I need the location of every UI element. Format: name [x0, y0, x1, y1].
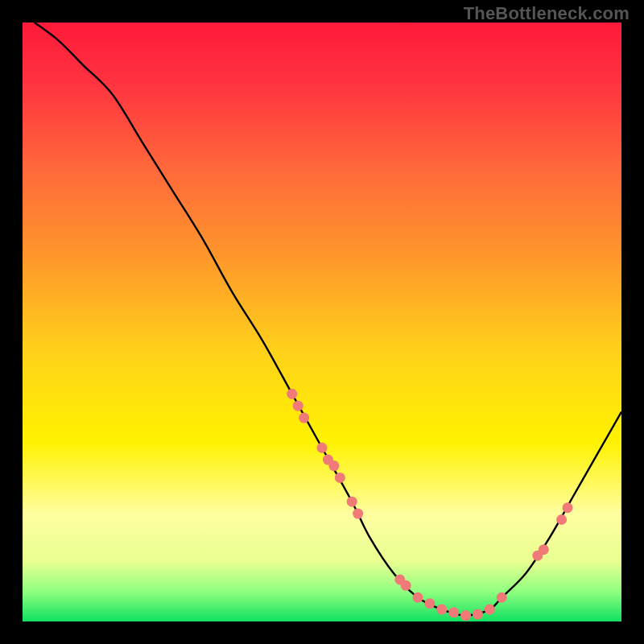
marker-point — [497, 592, 507, 603]
marker-point — [293, 401, 303, 411]
marker-point — [539, 544, 549, 555]
marker-point — [353, 509, 363, 519]
marker-point — [335, 473, 345, 483]
marker-point — [287, 389, 297, 399]
marker-point — [299, 413, 309, 423]
plot-area — [23, 23, 621, 621]
marker-point — [563, 502, 573, 513]
marker-point — [401, 580, 411, 591]
marker-point — [448, 607, 459, 617]
marker-point — [473, 609, 483, 620]
marker-point — [413, 592, 423, 603]
marker-point — [556, 514, 567, 525]
marker-point — [436, 605, 447, 615]
marker-point — [485, 605, 495, 615]
marker-point — [347, 497, 357, 507]
marker-point — [317, 443, 328, 453]
plot-svg — [23, 23, 621, 621]
watermark-label: TheBottleneck.com — [464, 3, 630, 24]
marker-point — [460, 610, 471, 621]
marker-point — [424, 598, 435, 609]
marker-point — [328, 460, 339, 471]
chart-frame: TheBottleneck.com — [0, 0, 644, 644]
gradient-background — [23, 23, 621, 621]
